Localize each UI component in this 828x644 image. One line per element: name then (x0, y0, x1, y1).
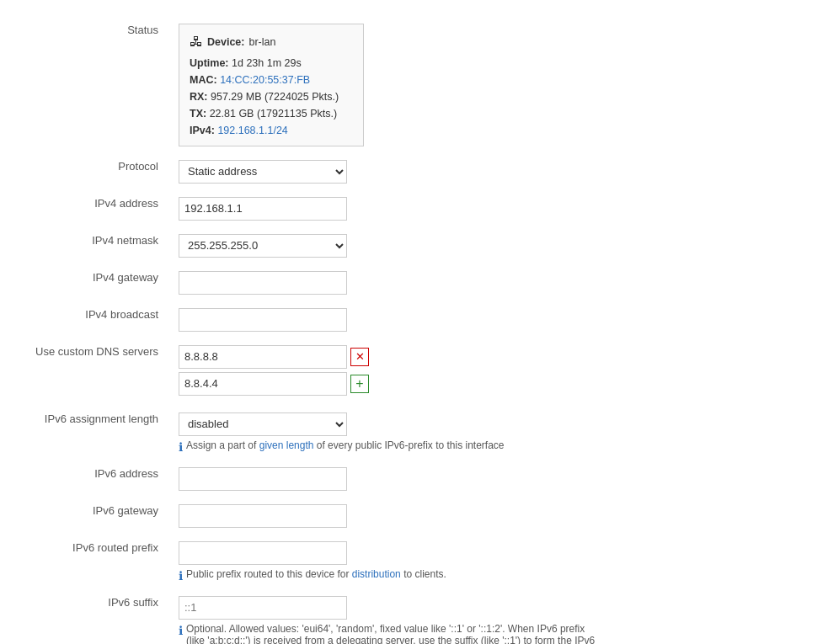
help-icon-routed-prefix: ℹ (179, 569, 183, 583)
ipv6-assignment-help-text: Assign a part of given length of every p… (186, 439, 505, 451)
status-uptime-value: 1d 23h 1m 29s (232, 57, 302, 69)
ipv6-gateway-cell (168, 498, 828, 535)
ipv4-netmask-label: IPv4 netmask (0, 227, 168, 264)
device-icon: 🖧 (190, 31, 203, 53)
ipv6-assignment-cell: disabled 64 48 ℹ Assign a part of given … (168, 406, 828, 460)
help-icon-suffix: ℹ (179, 624, 183, 637)
ipv6-assignment-label: IPv6 assignment length (0, 406, 168, 460)
status-cell: 🖧 Device: br-lan Uptime: 1d 23h 1m 29s M… (168, 17, 828, 153)
dns-server-1-input[interactable] (179, 345, 347, 369)
ipv6-routed-prefix-label: IPv6 routed prefix (0, 535, 168, 589)
status-tx-label: TX: (190, 108, 206, 120)
ipv4-netmask-cell: 255.255.255.0 255.255.0.0 255.0.0.0 (168, 227, 828, 264)
ipv6-gateway-input[interactable] (179, 504, 347, 528)
status-ipv4-label: IPv4: (190, 125, 215, 136)
ipv6-address-row: IPv6 address (0, 460, 828, 498)
ipv6-suffix-help-text: Optional. Allowed values: 'eui64', 'rand… (186, 623, 600, 644)
ipv6-gateway-label: IPv6 gateway (0, 498, 168, 535)
ipv6-assignment-select[interactable]: disabled 64 48 (179, 412, 347, 436)
ipv4-broadcast-row: IPv4 broadcast (0, 301, 828, 338)
status-rx-value: 957.29 MB (7224025 Pkts.) (211, 91, 339, 103)
status-rx-label: RX: (190, 91, 208, 103)
dns-add-button[interactable]: + (350, 375, 369, 393)
ipv6-routed-prefix-row: IPv6 routed prefix ℹ Public prefix route… (0, 535, 828, 589)
ipv6-routed-prefix-input[interactable] (179, 541, 347, 565)
ipv6-suffix-input[interactable] (179, 596, 347, 620)
status-label: Status (0, 17, 168, 153)
status-device-label: Device: (207, 34, 244, 51)
protocol-label: Protocol (0, 153, 168, 190)
status-mac-label: MAC: (190, 74, 217, 86)
dns-row: Use custom DNS servers ✕ + (0, 338, 828, 406)
dns-server-2-row: + (179, 372, 818, 396)
ipv6-suffix-row: IPv6 suffix ℹ Optional. Allowed values: … (0, 589, 828, 644)
dns-remove-button[interactable]: ✕ (350, 348, 369, 366)
protocol-cell: Static address DHCP client Unmanaged (168, 153, 828, 190)
ipv6-address-cell (168, 460, 828, 498)
help-link-assignment[interactable]: given length (259, 439, 314, 451)
ipv4-netmask-select[interactable]: 255.255.255.0 255.255.0.0 255.0.0.0 (179, 234, 347, 258)
ipv4-address-row: IPv4 address 192.168.1.1 (0, 190, 828, 227)
status-uptime-label: Uptime: (190, 57, 229, 69)
ipv6-address-label: IPv6 address (0, 460, 168, 498)
ipv4-address-cell: 192.168.1.1 (168, 190, 828, 227)
ipv4-netmask-row: IPv4 netmask 255.255.255.0 255.255.0.0 2… (0, 227, 828, 264)
status-ipv4-value: 192.168.1.1/24 (217, 125, 287, 136)
ipv6-routed-prefix-help: ℹ Public prefix routed to this device fo… (179, 568, 600, 583)
ipv6-gateway-row: IPv6 gateway (0, 498, 828, 535)
ipv4-broadcast-cell (168, 301, 828, 338)
dns-label: Use custom DNS servers (0, 338, 168, 406)
ipv4-gateway-input[interactable] (179, 271, 347, 295)
help-link-distribution[interactable]: distribution (352, 568, 401, 580)
dns-cell: ✕ + (168, 338, 828, 406)
ipv4-address-input[interactable]: 192.168.1.1 (179, 197, 347, 221)
status-tx-value: 22.81 GB (17921135 Pkts.) (210, 108, 337, 120)
ipv6-assignment-row: IPv6 assignment length disabled 64 48 ℹ … (0, 406, 828, 460)
ipv4-address-label: IPv4 address (0, 190, 168, 227)
ipv6-suffix-label: IPv6 suffix (0, 589, 168, 644)
dns-server-1-row: ✕ (179, 345, 818, 369)
ipv6-suffix-help: ℹ Optional. Allowed values: 'eui64', 'ra… (179, 623, 600, 644)
status-mac-value: 14:CC:20:55:37:FB (220, 74, 310, 86)
dns-server-2-input[interactable] (179, 372, 347, 396)
ipv6-suffix-cell: ℹ Optional. Allowed values: 'eui64', 'ra… (168, 589, 828, 644)
ipv6-routed-prefix-help-text: Public prefix routed to this device for … (186, 568, 446, 580)
status-row: Status 🖧 Device: br-lan Uptime: 1d 23h 1… (0, 17, 828, 153)
help-icon-assignment: ℹ (179, 440, 183, 454)
protocol-select[interactable]: Static address DHCP client Unmanaged (179, 160, 347, 184)
ipv4-gateway-cell (168, 264, 828, 301)
status-box: 🖧 Device: br-lan Uptime: 1d 23h 1m 29s M… (179, 24, 364, 146)
ipv6-address-input[interactable] (179, 467, 347, 491)
ipv6-assignment-help: ℹ Assign a part of given length of every… (179, 439, 600, 454)
ipv4-broadcast-input[interactable] (179, 308, 347, 332)
ipv6-routed-prefix-cell: ℹ Public prefix routed to this device fo… (168, 535, 828, 589)
ipv4-broadcast-label: IPv4 broadcast (0, 301, 168, 338)
ipv4-gateway-row: IPv4 gateway (0, 264, 828, 301)
protocol-row: Protocol Static address DHCP client Unma… (0, 153, 828, 190)
status-device-name: br-lan (248, 34, 275, 51)
ipv4-gateway-label: IPv4 gateway (0, 264, 168, 301)
